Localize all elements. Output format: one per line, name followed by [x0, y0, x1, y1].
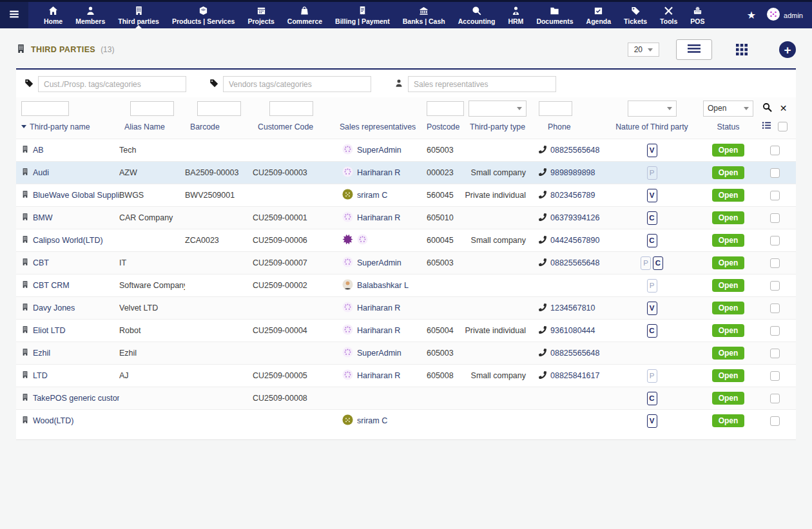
third-party-link[interactable]: LTD [33, 371, 48, 380]
vendor-tags-input[interactable] [223, 76, 371, 92]
filter-barcode-input[interactable] [197, 101, 241, 116]
phone-link[interactable]: 08825565648 [550, 258, 599, 267]
clear-filters-icon[interactable]: ✕ [780, 104, 788, 113]
nav-item-tools[interactable]: Tools [653, 2, 684, 28]
third-party-link[interactable]: Ezhil [33, 349, 50, 358]
search-icon[interactable] [762, 102, 772, 115]
nav-item-tickets[interactable]: Tickets [617, 2, 653, 28]
header-sales-representatives[interactable]: Sales representatives [330, 122, 425, 131]
nav-item-pos[interactable]: POS [684, 2, 711, 28]
phone-link[interactable]: 8023456789 [550, 191, 595, 200]
bookmarks-star-icon[interactable]: ★ [747, 9, 756, 21]
filter-nature-select[interactable] [628, 101, 677, 117]
third-party-link[interactable]: Calipso World(LTD) [33, 236, 103, 245]
phone-link[interactable]: 9361080444 [550, 326, 595, 335]
third-party-link[interactable]: BMW [33, 213, 53, 222]
select-all-checkbox[interactable] [778, 122, 788, 131]
list-view-button[interactable] [676, 39, 712, 60]
filter-alias-input[interactable] [130, 101, 174, 116]
rep-link[interactable]: SuperAdmin [357, 349, 401, 358]
kanban-view-button[interactable] [734, 41, 749, 59]
third-party-link[interactable]: Audi [33, 168, 49, 177]
nav-item-home[interactable]: Home [37, 2, 69, 28]
filter-phone-input[interactable] [539, 101, 572, 116]
row-checkbox[interactable] [770, 258, 780, 268]
third-party-link[interactable]: TakePOS generic customer [33, 394, 119, 403]
filter-name-input[interactable] [21, 101, 69, 116]
nav-item-commerce[interactable]: Commerce [281, 2, 329, 28]
header-customer-code[interactable]: Customer Code [253, 122, 330, 131]
new-third-party-button[interactable]: + [779, 41, 796, 58]
third-party-link[interactable]: Eliot LTD [33, 326, 65, 335]
row-checkbox[interactable] [770, 349, 780, 358]
nav-item-documents[interactable]: Documents [530, 2, 579, 28]
row-checkbox[interactable] [770, 213, 780, 223]
nav-item-members[interactable]: Members [69, 2, 111, 28]
header-alias-name[interactable]: Alias Name [119, 122, 185, 131]
sales-representatives-input[interactable] [408, 76, 556, 92]
nav-item-accounting[interactable]: Accounting [452, 2, 502, 28]
cell-phone: 08825565648 [530, 146, 601, 155]
phone-link[interactable]: 9898989898 [550, 168, 595, 177]
third-party-link[interactable]: CBT [33, 258, 49, 267]
row-checkbox[interactable] [770, 326, 780, 336]
nav-item-billing-payment[interactable]: Billing | Payment [329, 2, 396, 28]
third-party-link[interactable]: BlueWave Global Suppliers [33, 191, 119, 200]
rep-link[interactable]: SuperAdmin [357, 258, 401, 267]
page-size-select[interactable]: 20 [628, 43, 659, 57]
cell-phone: 06379394126 [530, 213, 601, 223]
phone-link[interactable]: 08825841617 [550, 371, 599, 380]
rep-link[interactable]: Hariharan R [357, 326, 400, 335]
row-checkbox[interactable] [770, 371, 780, 381]
rep-link[interactable]: Hariharan R [357, 303, 400, 313]
rep-avatar [357, 234, 368, 247]
nav-item-agenda[interactable]: Agenda [580, 2, 618, 28]
rep-link[interactable]: SuperAdmin [357, 146, 401, 155]
header-barcode[interactable]: Barcode [185, 122, 253, 131]
third-party-link[interactable]: Davy Jones [33, 303, 75, 313]
phone-link[interactable]: 08825565648 [550, 146, 599, 155]
nav-item-hrm[interactable]: HRM [501, 2, 530, 28]
nav-item-banks-cash[interactable]: Banks | Cash [396, 2, 452, 28]
rep-link[interactable]: Hariharan R [357, 371, 400, 380]
rep-link[interactable]: sriram C [357, 416, 387, 425]
third-party-link[interactable]: CBT CRM [33, 281, 70, 290]
main-menu-toggle[interactable] [0, 2, 28, 28]
rep-link[interactable]: Hariharan R [357, 168, 400, 177]
cust-prosp-tags-input[interactable] [38, 76, 186, 92]
header-status[interactable]: Status [703, 122, 753, 131]
phone-link[interactable]: 04424567890 [550, 236, 599, 245]
phone-link[interactable]: 1234567810 [550, 303, 595, 313]
header-nature[interactable]: Nature of Third party [601, 122, 703, 131]
phone-link[interactable]: 06379394126 [550, 213, 599, 222]
nav-item-third-parties[interactable]: Third parties [111, 2, 166, 28]
header-third-party-type[interactable]: Third-party type [465, 122, 530, 131]
user-menu[interactable]: admin [766, 7, 803, 24]
third-party-link[interactable]: AB [33, 146, 44, 155]
row-checkbox[interactable] [770, 146, 780, 155]
row-checkbox[interactable] [770, 303, 780, 313]
filter-type-select[interactable] [469, 101, 527, 117]
phone-link[interactable]: 08825565648 [550, 349, 599, 358]
row-checkbox[interactable] [770, 281, 780, 291]
filter-postcode-input[interactable] [427, 101, 464, 116]
nav-item-projects[interactable]: Projects [241, 2, 280, 28]
row-checkbox[interactable] [770, 236, 780, 245]
header-phone[interactable]: Phone [530, 122, 601, 131]
rep-link[interactable]: Balabashkar L [357, 281, 409, 290]
row-checkbox[interactable] [770, 394, 780, 403]
rep-link[interactable]: sriram C [357, 191, 387, 200]
row-checkbox[interactable] [770, 191, 780, 200]
nav-item-products-services[interactable]: Products | Services [166, 2, 241, 28]
rep-link[interactable]: Hariharan R [357, 213, 400, 222]
table-row: CBTITCU2509-00007SuperAdmin6050030882556… [16, 251, 796, 274]
row-checkbox[interactable] [770, 416, 780, 426]
row-checkbox[interactable] [770, 168, 780, 178]
header-third-party-name[interactable]: Third-party name [16, 122, 119, 131]
third-party-link[interactable]: Wood(LTD) [33, 416, 73, 425]
filter-customer-code-input[interactable] [269, 101, 313, 116]
company-icon [21, 393, 29, 403]
select-columns-icon[interactable] [762, 120, 771, 133]
header-postcode[interactable]: Postcode [425, 122, 465, 131]
filter-status-select[interactable]: Open [703, 101, 753, 117]
